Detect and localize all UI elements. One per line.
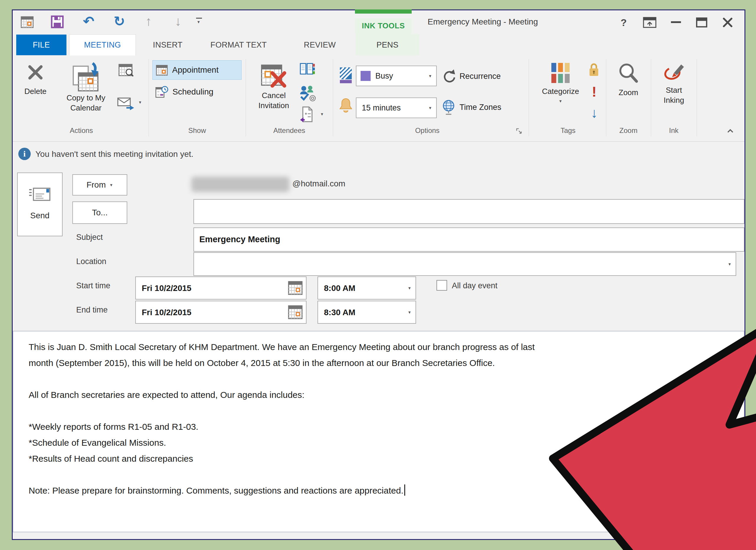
to-input[interactable]	[193, 199, 744, 224]
from-caret-icon: ▼	[109, 183, 113, 187]
message-body-editor[interactable]: This is Juan D. Smith Local Secretary of…	[13, 331, 744, 532]
all-day-checkbox[interactable]	[436, 280, 447, 291]
group-separator	[333, 59, 333, 136]
reminder-caret-icon: ▼	[428, 106, 432, 110]
start-date-value: Fri 10/2/2015	[142, 284, 191, 293]
qat-save-icon[interactable]	[50, 14, 65, 30]
body-line	[29, 371, 735, 387]
tab-pens[interactable]: PENS	[356, 35, 419, 55]
delete-button[interactable]: Delete	[17, 59, 54, 128]
end-date-input[interactable]: Fri 10/2/2015	[135, 301, 307, 324]
low-importance-icon-button[interactable]: ↓	[588, 103, 601, 123]
from-address-redacted	[191, 177, 289, 192]
response-options-caret-icon[interactable]: ▼	[320, 112, 324, 116]
send-envelope-icon	[28, 186, 51, 203]
subject-input[interactable]: Emergency Meeting	[193, 227, 744, 252]
end-date-value: Fri 10/2/2015	[142, 308, 191, 317]
scheduling-toggle[interactable]: Scheduling	[152, 82, 242, 102]
start-inking-button[interactable]: Start Inking	[653, 58, 695, 127]
qat-up-arrow-icon[interactable]: ↑	[141, 12, 156, 30]
group-label-attendees: Attendees	[246, 126, 333, 135]
ribbon-display-options-button[interactable]	[641, 15, 658, 30]
minimize-button[interactable]	[671, 21, 681, 23]
tab-file[interactable]: FILE	[16, 35, 66, 55]
ink-tools-context-bar	[355, 9, 412, 14]
forward-dropdown-caret-icon[interactable]: ▼	[138, 100, 142, 104]
start-time-label: Start time	[76, 281, 110, 290]
subject-label: Subject	[76, 233, 103, 242]
tab-meeting[interactable]: MEETING	[69, 34, 136, 56]
busy-color-swatch	[361, 71, 371, 81]
open-calendar-icon-button[interactable]	[118, 62, 135, 79]
send-button[interactable]: Send	[17, 173, 63, 236]
group-separator	[606, 59, 606, 136]
body-line: *Weekly reports of forms R1-05 and R1-03…	[29, 419, 735, 435]
window-title: Emergency Meeting - Meeting	[428, 17, 538, 27]
copy-to-my-calendar-button[interactable]: Copy to My Calendar	[55, 58, 117, 127]
to-button[interactable]: To...	[72, 201, 127, 224]
qat-more-commands-icon[interactable]: ▼	[195, 17, 203, 26]
from-button[interactable]: From ▼	[72, 174, 127, 196]
show-as-select[interactable]: Busy ▼	[356, 66, 437, 86]
cancel-invitation-button[interactable]: Cancel Invitation	[250, 58, 297, 127]
tab-format-text[interactable]: FORMAT TEXT	[197, 35, 280, 55]
end-date-picker-icon[interactable]	[288, 304, 303, 321]
start-date-picker-icon[interactable]	[288, 280, 303, 297]
end-time-value: 8:30 AM	[324, 308, 355, 317]
qat-undo-icon[interactable]: ↶	[80, 12, 97, 30]
end-time-caret-icon: ▼	[408, 310, 411, 314]
recurrence-button[interactable]: Recurrence	[441, 67, 527, 85]
body-line: *Results of Head count and discrepancies	[29, 451, 735, 467]
qat-app-calendar-icon[interactable]	[19, 14, 35, 30]
ribbon-bottom-divider	[13, 141, 744, 142]
group-separator	[529, 59, 529, 136]
start-time-caret-icon: ▼	[408, 286, 411, 290]
body-line	[29, 403, 735, 419]
collapse-ribbon-icon[interactable]	[725, 127, 735, 135]
start-time-select[interactable]: 8:00 AM ▼	[317, 276, 416, 300]
reminder-select[interactable]: 15 minutes ▼	[356, 97, 437, 118]
group-label-zoom: Zoom	[606, 126, 651, 135]
location-label: Location	[76, 257, 106, 266]
copy-calendar-icon	[72, 62, 100, 93]
group-label-ink: Ink	[651, 126, 697, 135]
address-book-icon-button[interactable]	[298, 61, 316, 77]
body-line: All of Branch secretaries are expected t…	[29, 387, 735, 403]
message-body-text: This is Juan D. Smith Local Secretary of…	[29, 339, 735, 499]
show-as-caret-icon: ▼	[428, 74, 432, 78]
maximize-button[interactable]	[695, 15, 709, 30]
tab-review[interactable]: REVIEW	[292, 35, 348, 55]
help-button[interactable]: ?	[617, 15, 630, 30]
close-button[interactable]	[721, 15, 735, 30]
forward-meeting-icon-button[interactable]	[116, 95, 135, 112]
zoom-button[interactable]: Zoom	[610, 58, 647, 127]
private-lock-icon-button[interactable]	[587, 61, 601, 79]
high-importance-icon-button[interactable]: !	[588, 82, 600, 102]
check-names-icon-button[interactable]	[298, 83, 317, 103]
cancel-invitation-icon	[260, 62, 287, 90]
qat-redo-icon[interactable]: ↻	[111, 12, 128, 30]
all-day-label: All day event	[452, 281, 498, 290]
options-dialog-launcher[interactable]	[516, 128, 523, 135]
appointment-toggle-selected[interactable]: Appointment	[152, 60, 242, 80]
show-as-value: Busy	[375, 71, 393, 81]
start-inking-pen-icon	[662, 62, 685, 85]
group-label-options: Options	[333, 126, 522, 135]
info-icon: i	[18, 148, 31, 160]
tab-insert[interactable]: INSERT	[144, 35, 191, 55]
location-input[interactable]: ▼	[193, 252, 736, 276]
start-date-input[interactable]: Fri 10/2/2015	[135, 276, 307, 300]
time-zones-button[interactable]: Time Zones	[441, 98, 527, 116]
response-options-icon-button[interactable]	[299, 105, 315, 123]
group-label-actions: Actions	[14, 126, 149, 135]
end-time-select[interactable]: 8:30 AM ▼	[317, 301, 416, 324]
categorize-button[interactable]: Categorize ▼	[536, 58, 585, 127]
group-separator	[246, 59, 246, 136]
from-address-domain: @hotmail.com	[292, 179, 345, 188]
body-line: *Schedule of Evangelical Missions.	[29, 435, 735, 451]
body-lines: This is Juan D. Smith Local Secretary of…	[29, 339, 735, 483]
delete-x-icon	[27, 63, 44, 82]
group-label-show: Show	[149, 126, 246, 135]
magnifier-icon	[617, 62, 640, 84]
qat-down-arrow-icon[interactable]: ↓	[171, 12, 185, 30]
